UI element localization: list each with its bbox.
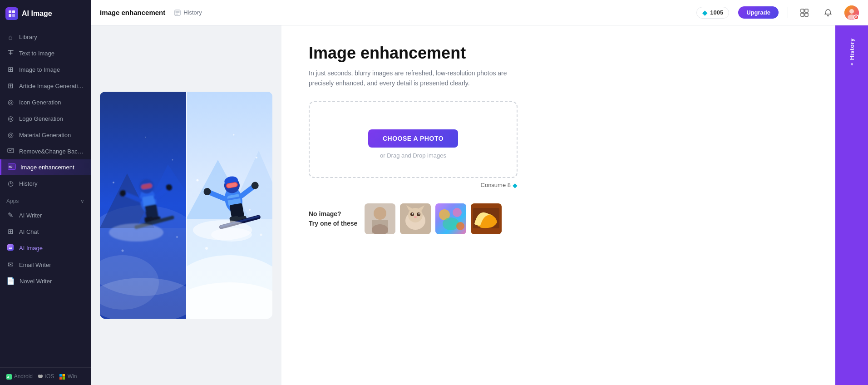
sidebar-nav: ⌂ Library Text to Image ⊞ Image to Image… [0, 27, 91, 367]
sample-image-1[interactable] [365, 203, 395, 234]
sample-section: No image? Try one of these [309, 203, 545, 234]
sidebar-item-email-writer[interactable]: ✉ Email Writer [0, 257, 91, 273]
svg-rect-17 [801, 13, 804, 16]
library-icon: ⌂ [6, 33, 15, 41]
svg-point-50 [186, 282, 272, 319]
svg-point-72 [260, 234, 262, 236]
svg-point-86 [412, 213, 414, 214]
sidebar-item-icon-generation[interactable]: ◎ Icon Generation [0, 94, 91, 110]
sample-image-4[interactable] [471, 203, 502, 234]
choose-photo-button[interactable]: CHOOSE A PHOTO [368, 129, 458, 148]
svg-point-43 [122, 250, 124, 252]
app-logo[interactable]: AI Image [0, 0, 91, 27]
svg-point-88 [414, 216, 417, 218]
sidebar-item-history[interactable]: ◷ History [0, 175, 91, 192]
history-chevron-icon: « [849, 63, 854, 65]
logo-icon [5, 7, 18, 20]
svg-point-20 [849, 9, 854, 14]
main-area: Image enhancement History ◆ 1005 Upgrade… [91, 0, 868, 385]
apps-header[interactable]: Apps ∨ [0, 195, 91, 207]
svg-point-70 [256, 157, 257, 158]
sidebar-item-ai-writer[interactable]: ✎ AI Writer [0, 207, 91, 223]
no-image-label: No image? Try one of these [309, 209, 357, 228]
comparison-divider [186, 92, 187, 319]
svg-rect-18 [805, 13, 808, 16]
win-link[interactable]: Win [59, 373, 77, 380]
sidebar-bottom: A Android iOS Win [0, 367, 91, 385]
app-name: AI Image [22, 10, 52, 18]
sample-images [365, 203, 502, 234]
icon-generation-icon: ◎ [6, 98, 15, 106]
svg-point-27 [100, 278, 186, 319]
topbar-separator [788, 7, 788, 18]
topbar-history-btn[interactable]: History [174, 9, 202, 16]
svg-point-40 [109, 223, 163, 242]
svg-rect-7 [7, 244, 14, 251]
svg-point-93 [456, 222, 464, 230]
svg-rect-0 [9, 10, 11, 13]
sidebar-item-image-enhancement[interactable]: HD Image enhancement [0, 159, 91, 175]
drag-drop-hint: or Drag and Drop images [380, 152, 446, 159]
credits-badge: ◆ 1005 [696, 7, 729, 19]
sample-image-2[interactable] [400, 203, 431, 234]
ai-chat-icon: ⊞ [6, 227, 15, 236]
svg-point-81 [408, 208, 423, 222]
sidebar-item-ai-image[interactable]: AI Image [0, 240, 91, 257]
consume-diamond-icon: ◆ [513, 182, 518, 189]
upgrade-button[interactable]: Upgrade [738, 6, 779, 19]
svg-point-76 [374, 207, 386, 220]
upload-zone[interactable]: CHOOSE A PHOTO or Drag and Drop images [309, 101, 518, 178]
sidebar-item-remove-change-bac[interactable]: Remove&Change Bac… [0, 143, 91, 159]
sidebar-item-novel-writer[interactable]: 📄 Novel Writer [0, 273, 91, 289]
novel-writer-icon: 📄 [6, 277, 15, 285]
grid-view-button[interactable] [797, 5, 812, 20]
email-writer-icon: ✉ [6, 261, 15, 269]
sample-image-3[interactable] [435, 203, 466, 234]
sidebar-item-library[interactable]: ⌂ Library [0, 29, 91, 45]
sidebar-item-image-to-image[interactable]: ⊞ Image to Image [0, 61, 91, 78]
svg-rect-12 [59, 377, 62, 380]
history-tab-button[interactable]: « History [845, 33, 859, 71]
ios-link[interactable]: iOS [38, 373, 54, 380]
sidebar-item-material-generation[interactable]: ◎ Material Generation [0, 127, 91, 143]
svg-rect-1 [12, 10, 15, 13]
notification-badge: ✕ [853, 15, 859, 20]
apps-section: Apps ∨ ✎ AI Writer ⊞ AI Chat AI Image ✉ … [0, 192, 91, 291]
image-before [100, 92, 186, 319]
sidebar-item-logo-generation[interactable]: ◎ Logo Generation [0, 110, 91, 127]
android-link[interactable]: A Android [6, 373, 33, 380]
chevron-down-icon: ∨ [80, 198, 84, 204]
diamond-icon: ◆ [702, 9, 707, 16]
sidebar-item-ai-chat[interactable]: ⊞ AI Chat [0, 223, 91, 240]
svg-point-44 [176, 236, 178, 238]
svg-point-41 [113, 182, 114, 183]
svg-point-74 [249, 209, 251, 211]
history-icon: ◷ [6, 179, 15, 188]
page-description: In just seconds, blurry images are refre… [309, 68, 508, 89]
svg-text:A: A [7, 375, 10, 379]
consume-label: Consume 8 [481, 182, 511, 188]
page-title-topbar: Image enhancement [100, 9, 165, 16]
content-area: Image enhancement In just seconds, blurr… [91, 25, 868, 385]
material-generation-icon: ◎ [6, 131, 15, 139]
page-title: Image enhancement [309, 44, 808, 63]
svg-text:HD: HD [9, 165, 12, 169]
image-after [186, 92, 272, 319]
svg-rect-11 [63, 374, 65, 377]
svg-point-91 [453, 208, 462, 217]
svg-point-45 [145, 137, 146, 138]
logo-generation-icon: ◎ [6, 114, 15, 123]
notification-button[interactable] [821, 5, 835, 20]
sidebar: AI Image ⌂ Library Text to Image ⊞ Image… [0, 0, 91, 385]
remove-change-icon [6, 147, 15, 155]
right-panel: Image enhancement In just seconds, blurr… [281, 25, 835, 385]
sidebar-item-text-to-image[interactable]: Text to Image [0, 45, 91, 61]
svg-point-69 [197, 179, 199, 182]
history-panel[interactable]: « History [835, 25, 868, 385]
text-to-image-icon [6, 49, 15, 57]
ai-image-nav-icon [6, 244, 15, 252]
sidebar-item-article-image[interactable]: ⊞ Article Image Generati… [0, 78, 91, 94]
svg-rect-3 [12, 14, 15, 17]
svg-rect-13 [63, 377, 65, 380]
avatar-container[interactable]: ✕ [844, 5, 859, 20]
